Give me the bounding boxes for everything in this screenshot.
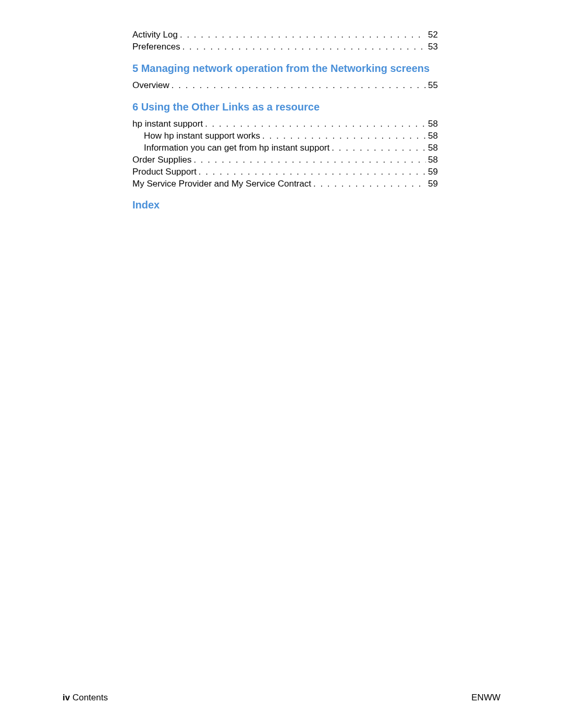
index-heading[interactable]: Index bbox=[132, 199, 438, 211]
section-6-heading[interactable]: 6 Using the Other Links as a resource bbox=[132, 101, 438, 113]
toc-dots bbox=[191, 154, 426, 166]
toc-label: Information you can get from hp instant … bbox=[144, 142, 329, 154]
toc-entry[interactable]: hp instant support 58 bbox=[132, 118, 438, 130]
toc-entry[interactable]: How hp instant support works 58 bbox=[132, 130, 438, 142]
footer-page-number: iv bbox=[63, 693, 70, 702]
toc-page: 58 bbox=[426, 118, 438, 130]
toc-page: 59 bbox=[426, 166, 438, 178]
toc-page: 58 bbox=[426, 130, 438, 142]
toc-entry[interactable]: Product Support 59 bbox=[132, 166, 438, 178]
toc-dots bbox=[169, 80, 426, 92]
toc-dots bbox=[329, 142, 426, 154]
toc-dots bbox=[260, 130, 426, 142]
toc-label: Order Supplies bbox=[132, 154, 191, 166]
toc-page: 58 bbox=[426, 142, 438, 154]
toc-label: Preferences bbox=[132, 41, 180, 53]
toc-entry[interactable]: My Service Provider and My Service Contr… bbox=[132, 178, 438, 190]
section-5-heading[interactable]: 5 Managing network operation from the Ne… bbox=[132, 63, 438, 75]
toc-label: hp instant support bbox=[132, 118, 203, 130]
toc-content: Activity Log 52 Preferences 53 5 Managin… bbox=[132, 29, 438, 211]
toc-entry[interactable]: Overview 55 bbox=[132, 80, 438, 92]
page-footer: iv Contents ENWW bbox=[63, 693, 500, 703]
toc-label: How hp instant support works bbox=[144, 130, 260, 142]
toc-page: 55 bbox=[426, 80, 438, 92]
toc-entry[interactable]: Preferences 53 bbox=[132, 41, 438, 53]
footer-right: ENWW bbox=[471, 693, 500, 703]
toc-dots bbox=[197, 166, 426, 178]
toc-page: 59 bbox=[426, 178, 438, 190]
footer-left: iv Contents bbox=[63, 693, 108, 703]
toc-label: Activity Log bbox=[132, 29, 178, 41]
toc-page: 58 bbox=[426, 154, 438, 166]
toc-entry[interactable]: Activity Log 52 bbox=[132, 29, 438, 41]
toc-page: 53 bbox=[426, 41, 438, 53]
toc-dots bbox=[180, 41, 426, 53]
toc-entry[interactable]: Order Supplies 58 bbox=[132, 154, 438, 166]
toc-entry[interactable]: Information you can get from hp instant … bbox=[132, 142, 438, 154]
footer-section-label: Contents bbox=[72, 693, 108, 702]
toc-dots bbox=[203, 118, 426, 130]
toc-page: 52 bbox=[426, 29, 438, 41]
toc-label: Product Support bbox=[132, 166, 197, 178]
toc-label: My Service Provider and My Service Contr… bbox=[132, 178, 311, 190]
toc-dots bbox=[311, 178, 426, 190]
toc-dots bbox=[178, 29, 426, 41]
toc-label: Overview bbox=[132, 80, 169, 92]
